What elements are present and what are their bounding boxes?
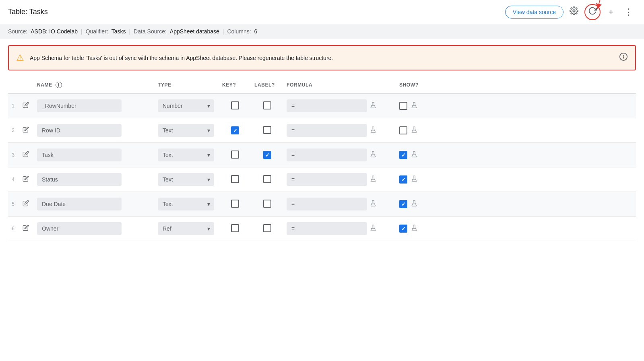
show-checkbox-5[interactable] <box>399 200 407 208</box>
formula-wrapper-3 <box>287 149 393 161</box>
formula-input-2[interactable] <box>287 124 367 137</box>
flask-icon-1[interactable] <box>369 101 377 110</box>
columns-label: Columns: <box>227 28 251 35</box>
edit-icon-2[interactable] <box>18 118 34 143</box>
edit-icon-3[interactable] <box>18 143 34 167</box>
formula-wrapper-4 <box>287 173 393 186</box>
type-select-wrapper-1: NumberTextRefDateDateTimeEmailDecimalInt… <box>158 99 214 112</box>
label-checkbox-cell-1[interactable] <box>251 93 283 118</box>
key-checkbox-cell-3[interactable] <box>219 143 251 167</box>
warning-content: ⚠ App Schema for table 'Tasks' is out of… <box>16 53 333 63</box>
source-value: ASDB: IO Codelab <box>31 28 78 35</box>
key-checkbox-1[interactable] <box>231 101 239 109</box>
th-edit <box>18 77 34 93</box>
type-select-1[interactable]: NumberTextRefDateDateTimeEmailDecimalInt… <box>158 99 214 112</box>
more-options-button[interactable]: ⋮ <box>621 5 636 19</box>
key-checkbox-3[interactable] <box>231 151 239 159</box>
formula-input-1[interactable] <box>287 99 367 112</box>
flask-icon-2[interactable] <box>369 126 377 135</box>
flask-icon-3[interactable] <box>369 151 377 159</box>
label-checkbox-5[interactable] <box>263 200 271 208</box>
key-checkbox-6[interactable] <box>231 224 239 232</box>
edit-pencil-icon[interactable] <box>21 152 31 159</box>
row-num-5: 5 <box>8 192 18 217</box>
edit-pencil-icon[interactable] <box>21 225 31 232</box>
key-checkbox-cell-5[interactable] <box>219 192 251 217</box>
edit-icon-1[interactable] <box>18 93 34 118</box>
show-checkbox-1[interactable] <box>399 102 407 110</box>
formula-input-4[interactable] <box>287 173 367 186</box>
formula-cell-5 <box>283 192 396 217</box>
edit-pencil-icon[interactable] <box>21 127 31 134</box>
key-checkbox-cell-2[interactable] <box>219 118 251 143</box>
show-flask-icon-4[interactable] <box>411 175 418 184</box>
type-select-4[interactable]: NumberTextRefDateDateTimeEmailDecimalInt… <box>158 173 214 186</box>
label-checkbox-cell-3[interactable] <box>251 143 283 167</box>
edit-pencil-icon[interactable] <box>21 103 31 109</box>
th-key: KEY? <box>219 77 251 93</box>
type-select-wrapper-3: NumberTextRefDateDateTimeEmailDecimalInt… <box>158 149 214 161</box>
flask-icon-5[interactable] <box>369 200 377 208</box>
show-checkbox-3[interactable] <box>399 151 407 159</box>
col-name-input-5[interactable] <box>37 198 122 210</box>
show-checkbox-2[interactable] <box>399 126 407 134</box>
formula-input-3[interactable] <box>287 149 367 161</box>
key-checkbox-5[interactable] <box>231 200 239 208</box>
th-show: SHOW? <box>396 77 636 93</box>
show-flask-icon-2[interactable] <box>411 126 418 135</box>
show-flask-icon-3[interactable] <box>411 151 418 159</box>
formula-input-6[interactable] <box>287 222 367 235</box>
edit-icon-6[interactable] <box>18 217 34 241</box>
col-name-input-4[interactable] <box>37 173 122 186</box>
gear-icon-button[interactable] <box>567 5 581 19</box>
label-checkbox-cell-2[interactable] <box>251 118 283 143</box>
more-icon: ⋮ <box>624 7 633 17</box>
formula-cell-4 <box>283 167 396 192</box>
key-checkbox-cell-6[interactable] <box>219 217 251 241</box>
label-checkbox-6[interactable] <box>263 224 271 232</box>
label-checkbox-1[interactable] <box>263 101 271 109</box>
flask-icon-6[interactable] <box>369 224 377 233</box>
key-checkbox-cell-4[interactable] <box>219 167 251 192</box>
label-checkbox-cell-6[interactable] <box>251 217 283 241</box>
col-name-input-2[interactable] <box>37 124 122 137</box>
info-circle-icon[interactable] <box>619 52 628 63</box>
show-flask-icon-6[interactable] <box>411 224 418 233</box>
type-select-6[interactable]: NumberTextRefDateDateTimeEmailDecimalInt… <box>158 222 214 235</box>
col-name-input-1[interactable] <box>37 99 122 112</box>
columns-table: NAME i TYPE KEY? LABEL? FORMULA SHOW? 1 … <box>8 77 636 241</box>
show-checkbox-4[interactable] <box>399 175 407 184</box>
edit-icon-4[interactable] <box>18 167 34 192</box>
type-select-2[interactable]: NumberTextRefDateDateTimeEmailDecimalInt… <box>158 124 214 137</box>
flask-icon-4[interactable] <box>369 175 377 184</box>
col-name-cell-5 <box>34 192 155 217</box>
edit-icon-5[interactable] <box>18 192 34 217</box>
show-checkbox-6[interactable] <box>399 225 407 233</box>
label-checkbox-4[interactable] <box>263 175 271 183</box>
col-name-input-6[interactable] <box>37 222 122 235</box>
show-cell-3 <box>396 143 636 167</box>
formula-wrapper-5 <box>287 198 393 210</box>
key-checkbox-cell-1[interactable] <box>219 93 251 118</box>
edit-pencil-icon[interactable] <box>21 176 31 183</box>
edit-pencil-icon[interactable] <box>21 201 31 208</box>
view-data-source-button[interactable]: View data source <box>505 6 564 19</box>
key-checkbox-4[interactable] <box>231 175 239 183</box>
show-flask-icon-5[interactable] <box>411 200 418 208</box>
formula-wrapper-1 <box>287 99 393 112</box>
key-checkbox-2[interactable] <box>231 126 239 134</box>
label-checkbox-2[interactable] <box>263 126 271 134</box>
show-flask-icon-1[interactable] <box>411 101 418 110</box>
table-row: 4 NumberTextRefDateDateTimeEmailDecimalI… <box>8 167 636 192</box>
type-select-5[interactable]: NumberTextRefDateDateTimeEmailDecimalInt… <box>158 198 214 210</box>
col-name-input-3[interactable] <box>37 149 122 161</box>
type-select-3[interactable]: NumberTextRefDateDateTimeEmailDecimalInt… <box>158 149 214 161</box>
data-source-value: AppSheet database <box>170 28 219 35</box>
col-name-cell-4 <box>34 167 155 192</box>
label-checkbox-cell-4[interactable] <box>251 167 283 192</box>
formula-input-5[interactable] <box>287 198 367 210</box>
label-checkbox-cell-5[interactable] <box>251 192 283 217</box>
label-checkbox-3[interactable] <box>263 151 271 159</box>
th-label: LABEL? <box>251 77 283 93</box>
type-select-wrapper-2: NumberTextRefDateDateTimeEmailDecimalInt… <box>158 124 214 137</box>
